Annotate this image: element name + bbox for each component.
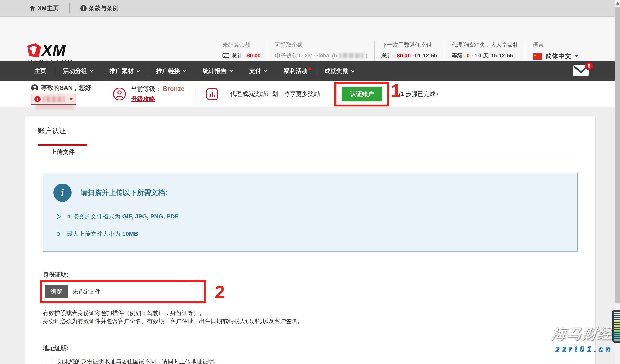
chevron-down-icon [90, 68, 93, 72]
nav-item-payments[interactable]: 支付 [241, 66, 275, 76]
pending-total-label: 总计: [232, 52, 245, 59]
topbar-divider [69, 3, 70, 13]
promo-level-time: 15:12:56 [491, 52, 513, 59]
annotation-box-2: 浏览 未选定文件 [40, 280, 206, 303]
promo-level-mid: - 10 天 [472, 52, 489, 59]
main-navbar: 主页 活动分组 推广素材 推广链接 统计报告 支付 福利活动 成就奖励 6 [0, 61, 620, 81]
file-chosen-value[interactable]: 未选定文件 [68, 285, 192, 298]
steps-completed-text: 1/1 步骤已完成） [395, 90, 441, 98]
nav-item-promo-materials[interactable]: 推广素材 [101, 66, 148, 76]
verify-account-button[interactable]: 认证账户 [341, 87, 382, 102]
next-payment-total-label: 总计: [382, 52, 395, 59]
terms-link[interactable]: i 条款与条例 [80, 4, 119, 12]
chevron-down-icon [264, 68, 267, 72]
info-icon: i [80, 5, 87, 11]
home-icon [29, 5, 36, 11]
account-number-redacted [43, 96, 64, 102]
browse-button[interactable]: 浏览 [45, 285, 68, 298]
chevron-down-icon [351, 68, 355, 72]
upload-info-box: i 请扫描并上传以下所需文档: 可接受的文件格式为 GIF, JPG, PNG,… [43, 173, 578, 252]
level-value: Bronze [163, 85, 185, 92]
upgrade-guide-link[interactable]: 升级攻略 [131, 95, 185, 103]
nav-item-promo-links[interactable]: 推广链接 [148, 66, 194, 76]
identity-proof-label: 身份证明: [43, 271, 578, 279]
nav-item-statistics[interactable]: 统计报告 [194, 66, 241, 76]
welcome-text: 尊敬的SAN，您好 [41, 84, 91, 92]
annotation-number-1: 1 [391, 81, 401, 100]
info-box-heading: 请扫描并上传以下所需文档: [81, 188, 167, 197]
nav-item-home[interactable]: 主页 [26, 66, 55, 76]
info-bullet-formats: 可接受的文件格式为 GIF, JPG, PNG, PDF [56, 212, 567, 221]
promo-level-label: 等级: [451, 52, 465, 59]
scrollbar-thumb[interactable] [615, 7, 620, 303]
identity-file-input: 浏览 未选定文件 [45, 285, 192, 298]
rewards-chart-icon [206, 88, 218, 100]
language-selector[interactable]: ★ 简体中文 [533, 52, 578, 61]
identity-help-line1: 有效护照或者身份证彩色扫描件（例如：驾驶证，身份证等）。 [43, 309, 578, 317]
account-dropdown[interactable]: ! [31, 94, 76, 105]
info-circle-icon: i [53, 183, 72, 202]
watermark-logo-icon [612, 310, 620, 343]
pending-total-value: $0.00 [247, 52, 261, 59]
next-payment-label: 下一次手数返佣支付 [382, 41, 437, 49]
dropdown-caret-icon [69, 98, 73, 100]
alert-icon: ! [34, 96, 41, 102]
user-block: 尊敬的SAN，您好 ! [31, 81, 91, 105]
pending-balance-label: 未结算余额 [222, 41, 261, 49]
tab-upload-files[interactable]: 上传文件 [38, 144, 87, 159]
bullet-triangle-icon [56, 214, 61, 220]
account-verification-card: 账户认证 上传文件 i 请扫描并上传以下所需文档: 可接受的文件格式为 GIF,… [25, 117, 596, 364]
nav-item-achievements[interactable]: 成就奖励 [316, 66, 362, 76]
identity-help-line2: 身份证必须为有效证件并包含客户全名、有效期、客户住址、出生日期或纳税人识别号以及… [43, 317, 578, 325]
annotation-box-1: 认证账户 [335, 82, 389, 106]
scrollbar-up-arrow[interactable] [616, 2, 619, 4]
address-proof-checkbox-text: 如果您的身份证明地址与居住国家不同，请同时上传地址证明。 [58, 358, 220, 364]
tab-strip: 上传文件 [38, 144, 583, 159]
address-proof-checkbox[interactable] [43, 357, 52, 364]
notification-dot [309, 67, 311, 70]
withdrawable-label: 可提取余额 [275, 41, 367, 49]
divider [195, 86, 195, 102]
language-caret-icon [574, 55, 578, 58]
address-proof-label: 地址证明: [43, 344, 578, 352]
nav-item-activity-groups[interactable]: 活动分组 [55, 66, 101, 76]
bull-emblem-icon [27, 43, 41, 58]
next-payment-total-value: $0.00 [397, 52, 411, 59]
bullet-triangle-icon [56, 231, 61, 237]
language-value: 简体中文 [545, 52, 571, 61]
home-link-label: XM主页 [38, 4, 59, 12]
nav-item-benefits[interactable]: 福利活动 [275, 66, 316, 76]
logo-text: XM [42, 41, 66, 59]
cn-flag-icon: ★ [533, 53, 542, 60]
terms-link-label: 条款与条例 [89, 4, 119, 12]
wallet-id-prefix: 电子钱包ID XM Global (6 [275, 52, 337, 59]
info-bullet-size: 最大上传文件大小为 10MB [56, 230, 567, 238]
top-utility-bar: XM主页 i 条款与条例 [0, 0, 620, 16]
identity-help-text: 有效护照或者身份证彩色扫描件（例如：驾驶证，身份证等）。 身份证必须为有效证件并… [43, 309, 578, 325]
annotation-number-2: 2 [215, 283, 225, 301]
page-title: 账户认证 [38, 126, 583, 136]
xm-home-link[interactable]: XM主页 [29, 4, 59, 12]
chevron-down-icon [183, 68, 186, 72]
promo-label: 代理巅峰对决，人人享豪礼 [451, 41, 518, 49]
wallet-id-suffix: ) [366, 52, 367, 59]
next-payment-countdown: -01:12:56 [413, 52, 437, 59]
mail-badge: 6 [585, 62, 593, 70]
wallet-id-redacted [339, 53, 363, 58]
user-icon [31, 84, 38, 91]
level-user-icon [113, 88, 126, 101]
promo-level-value: 0 [467, 52, 470, 59]
language-label: 语言 [533, 41, 578, 49]
card-icon [222, 53, 230, 59]
program-text: 代理成就奖励计划，尊享更多奖励！ [230, 90, 326, 98]
chevron-down-icon [137, 68, 140, 72]
greeting-bar: 尊敬的SAN，您好 ! 当前等级： Bronze 升级攻略 代理成就奖励计划，尊… [0, 81, 620, 107]
level-block: 当前等级： Bronze 升级攻略 [131, 85, 185, 103]
chevron-down-icon [230, 68, 233, 72]
messages-button[interactable]: 6 [573, 65, 589, 77]
divider [102, 86, 102, 102]
page-scrollbar [615, 0, 620, 364]
header: XM PARTNERS 未结算余额 总计: $0.00 可提取余额 电子钱包ID… [0, 17, 620, 61]
level-label: 当前等级： [131, 86, 161, 92]
divider [224, 88, 224, 100]
